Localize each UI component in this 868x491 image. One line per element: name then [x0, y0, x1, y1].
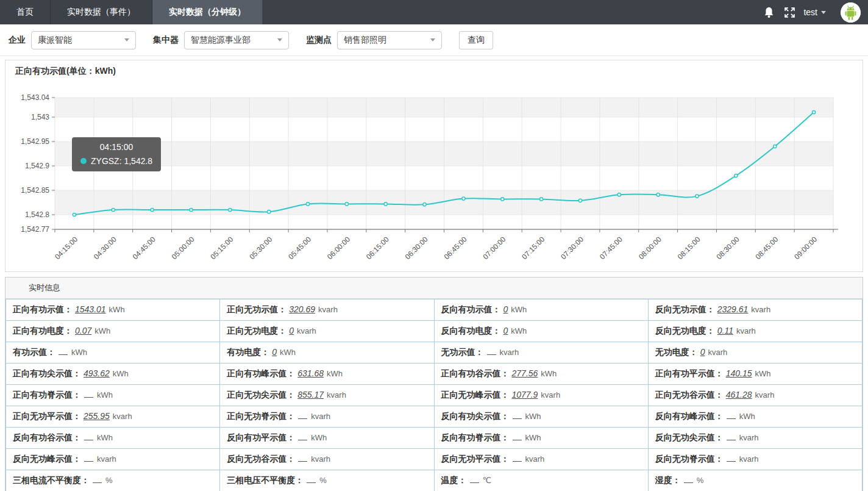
x-axis-label: 06:30:00 — [404, 235, 430, 261]
cell-label: 正向有功电度： — [13, 326, 73, 335]
cell-value[interactable]: 493.62 — [84, 368, 110, 378]
info-cell: 温度：℃ — [434, 470, 648, 491]
table-row: 反向有功谷示值：kWh反向有功平示值：kWh反向有功脊示值：kWh反向无功尖示值… — [6, 428, 863, 449]
data-point[interactable] — [151, 208, 154, 211]
data-point[interactable] — [462, 197, 465, 200]
data-point[interactable] — [229, 208, 232, 211]
nav-tab-0[interactable]: 首页 — [0, 0, 51, 24]
cell-value[interactable]: 1543.01 — [75, 304, 106, 314]
data-point[interactable] — [345, 202, 348, 206]
avatar[interactable] — [841, 2, 861, 23]
cell-unit: kWh — [755, 369, 771, 378]
cell-label: 反向无功尖示值： — [655, 432, 724, 442]
info-panel-header: 实时信息 — [5, 278, 863, 299]
cell-value[interactable]: 0 — [503, 304, 508, 314]
cell-value[interactable]: 0 — [700, 347, 705, 357]
cell-value[interactable]: 0.07 — [75, 326, 91, 335]
cell-label: 有功示值： — [13, 347, 55, 357]
cell-value[interactable]: 320.69 — [289, 304, 315, 314]
info-cell: 湿度：% — [648, 470, 862, 491]
table-row: 三相电流不平衡度：%三相电压不平衡度：%温度：℃湿度：% — [6, 470, 863, 491]
data-point[interactable] — [190, 208, 193, 211]
cell-value[interactable]: 0 — [272, 347, 277, 357]
x-axis-label: 08:00:00 — [637, 235, 663, 261]
cell-unit: kWh — [525, 433, 541, 442]
info-cell: 反向无功电度：0.11kvarh — [648, 321, 862, 342]
info-cell: 正向无功平示值：255.95kvarh — [6, 406, 220, 428]
data-point[interactable] — [112, 208, 115, 211]
info-cell: 反向有功尖示值：kWh — [434, 406, 648, 428]
x-axis-label: 09:00:00 — [792, 235, 819, 261]
x-axis-label: 04:45:00 — [131, 235, 157, 261]
filter-select-2[interactable]: 销售部照明 — [337, 31, 442, 49]
empty-value — [84, 392, 93, 398]
cell-value[interactable]: 140.15 — [726, 368, 752, 378]
table-row: 正向有功电度：0.07kWh正向无功电度：0kvarh反向有功电度：0kWh反向… — [6, 321, 863, 342]
data-point[interactable] — [501, 198, 504, 201]
filter-select-1[interactable]: 智慧能源事业部 — [184, 31, 289, 49]
cell-label: 反向无功平示值： — [441, 454, 510, 464]
cell-value[interactable]: 855.17 — [297, 390, 324, 400]
data-point[interactable] — [695, 195, 699, 198]
query-button[interactable]: 查询 — [459, 31, 493, 49]
info-cell: 反向有功谷示值：kWh — [6, 428, 220, 449]
cell-unit: kvarh — [297, 326, 316, 335]
data-point[interactable] — [774, 145, 777, 148]
data-point[interactable] — [812, 110, 815, 113]
cell-unit: kvarh — [708, 348, 728, 357]
cell-label: 反向有功峰示值： — [655, 411, 724, 421]
cell-label: 正向有功尖示值： — [13, 368, 81, 378]
cell-value[interactable]: 461.28 — [726, 390, 752, 400]
series-dot-icon — [80, 158, 87, 164]
data-point[interactable] — [268, 210, 271, 213]
cell-value[interactable]: 255.95 — [84, 411, 110, 421]
cell-unit: % — [697, 476, 704, 485]
nav-tab-2[interactable]: 实时数据（分钟级） — [152, 0, 263, 24]
empty-value — [84, 434, 93, 440]
cell-value[interactable]: 0 — [503, 326, 508, 335]
data-point[interactable] — [423, 203, 426, 206]
filter-select-0[interactable]: 康派智能 — [31, 31, 136, 49]
user-menu[interactable]: test — [803, 7, 826, 17]
cell-unit: kvarh — [541, 390, 560, 400]
cell-value[interactable]: 0.11 — [717, 326, 733, 335]
data-point[interactable] — [578, 199, 582, 202]
cell-unit: kWh — [739, 412, 755, 421]
cell-unit: kvarh — [739, 433, 759, 442]
nav-tabs: 首页实时数据（事件）实时数据（分钟级） — [0, 0, 263, 24]
cell-value[interactable]: 0 — [289, 326, 294, 335]
cell-value[interactable]: 277.56 — [512, 368, 538, 378]
info-cell: 正向无功脊示值：kvarh — [220, 406, 434, 428]
cell-value[interactable]: 2329.61 — [717, 304, 749, 314]
info-cell: 反向无功平示值：kvarh — [434, 449, 648, 470]
y-axis-label: 1,543.04 — [21, 93, 49, 102]
empty-value — [307, 477, 316, 483]
notifications-button[interactable] — [758, 0, 779, 24]
cell-unit: kWh — [71, 348, 87, 357]
fullscreen-button[interactable] — [779, 0, 800, 24]
data-point[interactable] — [617, 193, 621, 196]
empty-value — [513, 434, 522, 440]
cell-value[interactable]: 1077.9 — [512, 390, 538, 400]
data-point[interactable] — [540, 198, 543, 201]
y-axis-label: 1,542.77 — [21, 225, 49, 234]
data-point[interactable] — [656, 193, 660, 196]
cell-unit: kvarh — [739, 454, 759, 464]
cell-unit: kvarh — [736, 326, 756, 335]
nav-tab-1[interactable]: 实时数据（事件） — [51, 0, 152, 24]
x-axis-label: 06:15:00 — [365, 235, 391, 261]
data-point[interactable] — [735, 174, 738, 177]
cell-value[interactable]: 631.68 — [297, 368, 324, 378]
info-cell: 反向有功电度：0kWh — [434, 321, 648, 342]
cell-unit: kvarh — [755, 390, 775, 400]
cell-label: 正向有功谷示值： — [441, 368, 510, 378]
info-cell: 三相电压不平衡度：% — [220, 470, 434, 491]
data-point[interactable] — [306, 202, 309, 206]
y-axis-label: 1,543 — [31, 113, 49, 121]
data-point[interactable] — [384, 202, 387, 206]
data-point[interactable] — [73, 213, 76, 216]
cell-label: 正向有功示值： — [13, 304, 73, 314]
caret-down-icon — [277, 38, 282, 41]
info-cell: 正向无功谷示值：461.28kvarh — [648, 385, 862, 406]
cell-unit: kWh — [94, 326, 110, 335]
